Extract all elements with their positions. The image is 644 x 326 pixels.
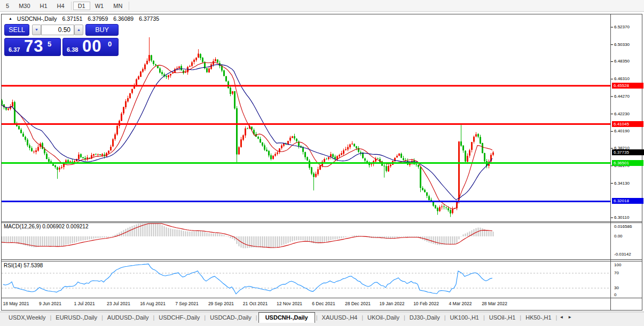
macd-bar xyxy=(322,236,323,243)
macd-bar xyxy=(279,236,280,247)
macd-bar xyxy=(345,236,347,237)
macd-bar xyxy=(354,235,355,236)
candle-body xyxy=(176,68,178,69)
candle-body xyxy=(277,153,278,154)
candle-body xyxy=(360,152,362,153)
chart-tab-ukoil-[interactable]: UKOil-,Daily xyxy=(363,312,404,321)
volume-increase-button[interactable]: ▲ xyxy=(74,25,83,35)
candle-body xyxy=(266,150,268,152)
date-tick-label: 16 Aug 2021 xyxy=(140,301,166,306)
low-value: 6.36089 xyxy=(113,15,133,22)
price-tick-label: 6.44270 xyxy=(614,94,630,99)
macd-bar xyxy=(461,236,462,237)
macd-bar xyxy=(328,236,329,241)
macd-bar xyxy=(254,236,255,248)
macd-bar xyxy=(296,236,297,240)
macd-bar xyxy=(36,236,37,247)
candle-body xyxy=(208,68,210,72)
macd-bar xyxy=(14,236,15,243)
macd-bar xyxy=(85,236,86,240)
candle-body xyxy=(33,152,35,152)
candle-body xyxy=(270,155,272,159)
macd-bar xyxy=(151,224,152,236)
chart-tab-usoil-[interactable]: USOil-,H1 xyxy=(485,312,520,321)
candle-body xyxy=(180,66,182,70)
buy-button[interactable]: BUY xyxy=(85,24,119,36)
chart-tab-audusd-[interactable]: AUDUSD-,Daily xyxy=(103,312,153,321)
candle-body xyxy=(262,142,263,146)
candle-body xyxy=(127,98,129,101)
chart-tab-eurusd-[interactable]: EURUSD-,Daily xyxy=(51,312,101,321)
price-tick-label: 6.46310 xyxy=(614,76,630,82)
candle-body xyxy=(420,168,421,188)
macd-bar xyxy=(405,236,406,237)
macd-bar xyxy=(339,236,340,238)
candle-body xyxy=(7,108,9,110)
volume-input[interactable] xyxy=(41,25,74,35)
macd-bar xyxy=(128,228,129,236)
tab-scroll-left-icon[interactable]: ◄ xyxy=(557,312,566,320)
candle-body xyxy=(242,136,244,140)
chart-title: ▲ USDCNH-,Daily 6.37151 6.37959 6.36089 … xyxy=(9,15,159,23)
candle-body xyxy=(339,155,340,156)
sell-price-point: 5 xyxy=(48,40,51,48)
high-value: 6.37959 xyxy=(88,15,108,22)
macd-bar xyxy=(83,236,84,241)
candle-body xyxy=(492,153,494,155)
chart-tab-usdx[interactable]: USDX,Weekly xyxy=(4,312,50,321)
ma-slow-line xyxy=(1,65,492,200)
chart-tab-dj30-[interactable]: DJ30-,Daily xyxy=(405,312,444,321)
candle-body xyxy=(477,134,479,137)
macd-bar xyxy=(335,236,336,240)
macd-bar xyxy=(98,236,99,238)
price-tick-label: 6.42230 xyxy=(614,112,630,117)
macd-bar xyxy=(275,236,276,248)
chart-tab-uk100-[interactable]: UK100-,H1 xyxy=(446,312,483,321)
candle-body xyxy=(52,164,54,166)
candle-body xyxy=(450,210,451,213)
candle-body xyxy=(144,65,146,69)
collapse-arrow-icon[interactable]: ▲ xyxy=(9,17,12,20)
macd-bar xyxy=(260,236,261,248)
rsi-name: RSI(14) xyxy=(4,263,22,268)
macd-bar xyxy=(407,236,409,237)
macd-bar xyxy=(480,228,481,236)
macd-bar xyxy=(215,233,216,236)
macd-bar xyxy=(465,234,466,236)
date-tick-label: 28 Mar 2022 xyxy=(482,301,507,306)
candle-body xyxy=(1,100,3,105)
macd-bar xyxy=(491,232,492,236)
macd-bar xyxy=(489,231,490,236)
candle-body xyxy=(292,136,293,138)
date-tick-label: 4 Mar 2022 xyxy=(449,301,472,306)
sell-price-display[interactable]: 6.37 73 5 xyxy=(4,38,61,56)
candle-body xyxy=(428,196,430,201)
macd-bar xyxy=(205,232,206,236)
chart-tab-usdcad-[interactable]: USDCAD-,Daily xyxy=(206,312,256,321)
panel-border xyxy=(2,222,642,223)
candle-body xyxy=(304,152,306,157)
candle-body xyxy=(78,155,80,159)
candle-body xyxy=(462,146,464,150)
candle-body xyxy=(294,136,295,138)
sell-button[interactable]: SELL xyxy=(4,24,29,36)
volume-decrease-button[interactable]: ▼ xyxy=(32,25,41,35)
symbol-period-label: USDCNH-,Daily xyxy=(17,15,57,22)
candle-body xyxy=(435,205,436,209)
candle-body xyxy=(311,168,312,174)
macd-tick-label: -0.03142 xyxy=(614,252,631,257)
chart-tab-hk50-[interactable]: HK50-,H1 xyxy=(521,312,555,321)
chart-tab-xauusd-[interactable]: XAUUSD-,H4 xyxy=(318,312,362,321)
macd-bar xyxy=(130,227,131,236)
candle-body xyxy=(5,108,7,110)
tab-scroll-right-icon[interactable]: ► xyxy=(566,312,574,320)
macd-bar xyxy=(343,236,344,237)
candle-body xyxy=(210,65,212,69)
macd-bar xyxy=(239,236,240,247)
buy-price-display[interactable]: 6.38 00 0 xyxy=(62,38,119,56)
chart-tab-usdchf-[interactable]: USDCHF-,Daily xyxy=(154,312,204,321)
macd-bar xyxy=(61,236,62,246)
macd-bar xyxy=(264,236,265,248)
chart-tab-usdcnh-[interactable]: USDCNH-,Daily xyxy=(258,312,315,323)
candle-body xyxy=(97,154,99,155)
